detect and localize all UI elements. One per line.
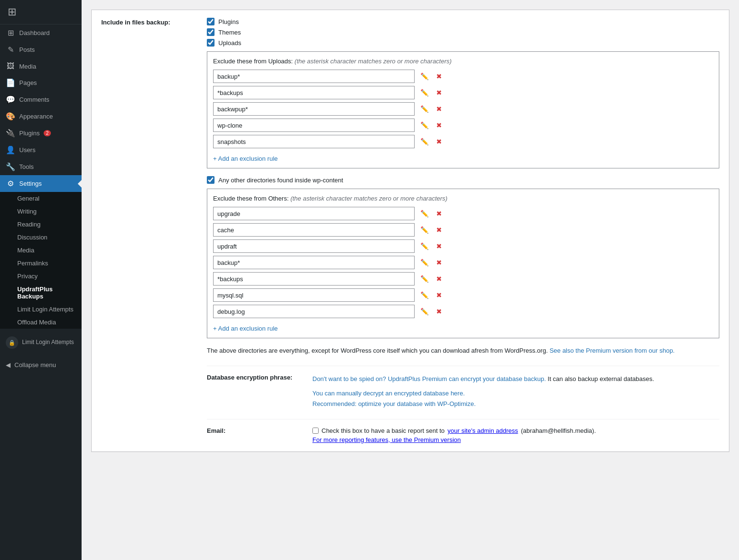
email-more-link[interactable]: For more reporting features, use the Pre… [312, 436, 461, 443]
uploads-edit-btn-2[interactable]: ✏️ [418, 104, 430, 114]
others-delete-btn-6[interactable]: ✖ [434, 307, 444, 316]
sidebar-item-dashboard[interactable]: ⊞ Dashboard [0, 24, 82, 41]
others-edit-btn-2[interactable]: ✏️ [418, 241, 430, 251]
collapse-label: Collapse menu [14, 361, 56, 369]
sidebar-item-users[interactable]: 👤 Users [0, 142, 82, 158]
others-edit-btn-5[interactable]: ✏️ [418, 290, 430, 300]
others-delete-btn-1[interactable]: ✖ [434, 225, 444, 235]
db-encrypt-link[interactable]: Don't want to be spied on? UpdraftPlus P… [312, 375, 546, 382]
others-edit-btn-6[interactable]: ✏️ [418, 307, 430, 316]
sidebar-item-label: Dashboard [19, 29, 50, 36]
uploads-exclusion-note: (the asterisk character matches zero or … [295, 58, 452, 65]
others-exclusion-box: Exclude these from Others: (the asterisk… [207, 189, 719, 338]
sidebar-item-appearance[interactable]: 🎨 Appearance [0, 108, 82, 125]
sidebar-item-label: Plugins [19, 130, 40, 137]
uploads-edit-btn-1[interactable]: ✏️ [418, 88, 430, 97]
uploads-edit-btn-0[interactable]: ✏️ [418, 71, 430, 81]
uploads-delete-btn-3[interactable]: ✖ [434, 120, 444, 130]
submenu-item-reading[interactable]: Reading [0, 218, 82, 231]
email-label: Email: [207, 427, 303, 443]
exclusion-row-1: ✏️ ✖ [213, 86, 713, 99]
plugins-checkbox-label: Plugins [218, 18, 239, 25]
sidebar-item-comments[interactable]: 💬 Comments [0, 91, 82, 108]
submenu-item-general[interactable]: General [0, 192, 82, 205]
others-exclusion-input-0[interactable] [213, 207, 415, 220]
users-icon: 👤 [6, 145, 15, 155]
uploads-exclusion-input-4[interactable] [213, 135, 415, 148]
uploads-delete-btn-4[interactable]: ✖ [434, 137, 444, 146]
collapse-menu-button[interactable]: ◀ Collapse menu [0, 357, 82, 373]
include-files-content: Plugins Themes Uploads Exclude these fro… [207, 18, 719, 443]
uploads-exclusion-box: Exclude these from Uploads: (the asteris… [207, 51, 719, 168]
db-line2: You can manually decrypt an encrypted da… [312, 388, 654, 399]
sidebar-item-settings[interactable]: ⚙ Settings [0, 175, 82, 192]
settings-submenu: General Writing Reading Discussion Media… [0, 192, 82, 329]
others-edit-btn-1[interactable]: ✏️ [418, 225, 430, 235]
sidebar-item-limit-login-special[interactable]: 🔒 Limit Login Attempts [0, 333, 82, 353]
submenu-item-media[interactable]: Media [0, 244, 82, 257]
uploads-edit-btn-3[interactable]: ✏️ [418, 120, 430, 130]
sidebar-item-tools[interactable]: 🔧 Tools [0, 158, 82, 175]
others-exclusion-input-6[interactable] [213, 305, 415, 318]
db-optimize-link[interactable]: Recommended: optimize your database with… [312, 400, 476, 407]
others-exclusion-title: Exclude these from Others: (the asterisk… [213, 195, 713, 202]
premium-shop-link[interactable]: See also the Premium version from our sh… [549, 347, 675, 354]
others-delete-btn-0[interactable]: ✖ [434, 209, 444, 218]
collapse-icon: ◀ [6, 361, 11, 369]
others-exclusion-input-5[interactable] [213, 288, 415, 302]
email-checkbox[interactable] [312, 428, 319, 434]
sidebar-item-pages[interactable]: 📄 Pages [0, 74, 82, 91]
plugins-icon: 🔌 [6, 129, 15, 138]
others-edit-btn-4[interactable]: ✏️ [418, 274, 430, 284]
settings-icon: ⚙ [6, 179, 15, 188]
db-line1-post: It can also backup external databases. [548, 375, 654, 382]
submenu-item-discussion[interactable]: Discussion [0, 231, 82, 244]
any-other-label: Any other directories found inside wp-co… [218, 177, 343, 184]
others-exclusion-input-2[interactable] [213, 239, 415, 253]
plugins-checkbox[interactable] [207, 18, 215, 25]
sidebar-item-plugins[interactable]: 🔌 Plugins 2 [0, 125, 82, 142]
email-admin-link[interactable]: your site's admin address [448, 427, 518, 434]
uploads-delete-btn-2[interactable]: ✖ [434, 104, 444, 114]
uploads-checkbox-label: Uploads [218, 39, 241, 47]
submenu-item-privacy[interactable]: Privacy [0, 270, 82, 283]
others-delete-btn-3[interactable]: ✖ [434, 258, 444, 267]
others-delete-btn-5[interactable]: ✖ [434, 290, 444, 300]
themes-checkbox-label: Themes [218, 29, 241, 36]
uploads-exclusion-input-3[interactable] [213, 119, 415, 132]
others-delete-btn-2[interactable]: ✖ [434, 241, 444, 251]
uploads-exclusion-input-1[interactable] [213, 86, 415, 99]
appearance-icon: 🎨 [6, 112, 15, 121]
email-address: (abraham@hellfish.media). [521, 427, 596, 434]
others-delete-btn-4[interactable]: ✖ [434, 274, 444, 284]
database-section: Database encryption phrase: Don't want t… [207, 366, 719, 409]
others-exclusion-row-0: ✏️ ✖ [213, 207, 713, 220]
submenu-item-writing[interactable]: Writing [0, 205, 82, 218]
others-exclusion-input-4[interactable] [213, 272, 415, 286]
uploads-add-rule-link[interactable]: + Add an exclusion rule [213, 155, 278, 162]
others-add-rule-link[interactable]: + Add an exclusion rule [213, 325, 278, 332]
uploads-exclusion-input-0[interactable] [213, 70, 415, 83]
submenu-item-updraftplus[interactable]: UpdraftPlus Backups [0, 283, 82, 303]
sidebar: ⊞ ⊞ Dashboard ✎ Posts 🖼 Media 📄 Pages 💬 [0, 0, 82, 560]
uploads-delete-btn-0[interactable]: ✖ [434, 71, 444, 81]
others-edit-btn-3[interactable]: ✏️ [418, 258, 430, 267]
uploads-checkbox[interactable] [207, 39, 215, 47]
submenu-item-permalinks[interactable]: Permalinks [0, 257, 82, 270]
submenu-item-offload-media[interactable]: Offload Media [0, 316, 82, 329]
media-icon: 🖼 [6, 62, 15, 71]
sidebar-item-posts[interactable]: ✎ Posts [0, 41, 82, 58]
any-other-checkbox[interactable] [207, 176, 215, 184]
db-decrypt-link[interactable]: You can manually decrypt an encrypted da… [312, 390, 465, 397]
sidebar-item-label: Users [19, 146, 36, 154]
others-edit-btn-0[interactable]: ✏️ [418, 209, 430, 218]
sidebar-item-media[interactable]: 🖼 Media [0, 58, 82, 74]
uploads-delete-btn-1[interactable]: ✖ [434, 88, 444, 97]
uploads-exclusion-input-2[interactable] [213, 102, 415, 116]
uploads-edit-btn-4[interactable]: ✏️ [418, 137, 430, 146]
others-exclusion-note: (the asterisk character matches zero or … [290, 195, 447, 202]
themes-checkbox[interactable] [207, 28, 215, 36]
others-exclusion-input-1[interactable] [213, 223, 415, 237]
submenu-item-limit-login[interactable]: Limit Login Attempts [0, 303, 82, 316]
others-exclusion-input-3[interactable] [213, 256, 415, 269]
